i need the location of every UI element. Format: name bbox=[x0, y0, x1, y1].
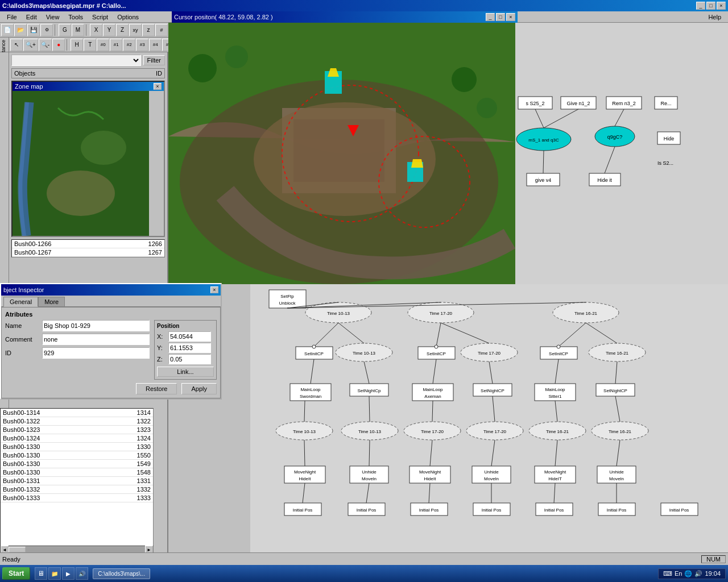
menu-script[interactable]: Script bbox=[88, 13, 113, 22]
inspector-close-button[interactable]: × bbox=[210, 286, 218, 293]
z-label: Z: bbox=[157, 356, 168, 363]
tool2-hash2[interactable]: #2 bbox=[123, 39, 135, 51]
tool-X[interactable]: X bbox=[90, 24, 102, 36]
list-item[interactable]: Bush00-1322 1322 bbox=[1, 417, 153, 426]
comment-field-row: Comment bbox=[5, 334, 150, 345]
taskbar-active-item[interactable]: C:\allods3\maps\... bbox=[93, 568, 150, 579]
menu-file[interactable]: File bbox=[2, 13, 22, 22]
tab-more[interactable]: More bbox=[38, 297, 65, 306]
filter-button[interactable]: Filter bbox=[143, 55, 165, 65]
list-item[interactable]: Bush00-1331 1331 bbox=[1, 477, 153, 485]
tool-G[interactable]: G bbox=[59, 24, 71, 36]
taskbar-icon-2[interactable]: 📁 bbox=[48, 567, 61, 580]
sep1 bbox=[55, 24, 57, 36]
id-input[interactable] bbox=[42, 347, 150, 359]
tool-xy[interactable]: xy bbox=[129, 24, 142, 36]
map-close-button[interactable]: × bbox=[506, 13, 515, 21]
list-item[interactable]: Bush00-1330 1549 bbox=[1, 460, 153, 468]
tool-open[interactable]: 📂 bbox=[14, 24, 27, 36]
filter-select[interactable] bbox=[11, 55, 141, 66]
list-item[interactable]: Bush00-1267 1267 bbox=[12, 248, 164, 257]
apply-button[interactable]: Apply bbox=[181, 383, 217, 394]
item-id: 1333 bbox=[101, 494, 151, 501]
svg-point-161 bbox=[435, 345, 438, 348]
map-minimize-button[interactable]: _ bbox=[486, 13, 495, 21]
tool2-zoom-in[interactable]: 🔍+ bbox=[23, 39, 38, 51]
tab-general[interactable]: General bbox=[3, 297, 38, 307]
x-input[interactable] bbox=[168, 331, 211, 342]
tool-save[interactable]: 💾 bbox=[27, 24, 40, 36]
tool2-zoom-out[interactable]: 🔍- bbox=[39, 39, 52, 51]
link-button[interactable]: Link... bbox=[157, 367, 214, 377]
tool-Z[interactable]: Z bbox=[116, 24, 129, 36]
map-maximize-button[interactable]: □ bbox=[496, 13, 505, 21]
svg-text:Unhide: Unhide bbox=[362, 469, 377, 475]
maximize-button[interactable]: □ bbox=[706, 2, 715, 10]
svg-text:Time 10-13: Time 10-13 bbox=[353, 351, 376, 356]
svg-text:Axeman: Axeman bbox=[424, 394, 441, 399]
list-item[interactable]: Bush00-1330 1330 bbox=[1, 443, 153, 451]
taskbar-icon-3[interactable]: ▶ bbox=[62, 567, 75, 580]
object-inspector: bject Inspector × General More Atributes… bbox=[0, 283, 222, 400]
vscroll-thumb[interactable] bbox=[9, 547, 26, 552]
tool-new[interactable]: 📄 bbox=[1, 24, 14, 36]
window-title: C:\allods3\maps\basegipat.mpr # C:\allo.… bbox=[2, 2, 126, 9]
taskbar: Start 🖥 📁 ▶ 🔊 C:\allods3\maps\... ⌨ En 🌐… bbox=[0, 565, 728, 582]
zone-map-close-button[interactable]: × bbox=[154, 83, 162, 90]
svg-text:MainLoop: MainLoop bbox=[423, 387, 443, 392]
minimize-button[interactable]: _ bbox=[696, 2, 705, 10]
tool-z2[interactable]: z bbox=[142, 24, 155, 36]
svg-text:Unhide: Unhide bbox=[484, 469, 499, 475]
name-input[interactable] bbox=[42, 320, 150, 331]
taskbar-icon-1[interactable]: 🖥 bbox=[35, 567, 47, 580]
y-input[interactable] bbox=[168, 343, 211, 353]
svg-text:Moveln: Moveln bbox=[362, 476, 377, 481]
menu-options[interactable]: Options bbox=[113, 13, 143, 22]
tool-hash[interactable]: # bbox=[155, 24, 168, 36]
tool2-hash1[interactable]: #1 bbox=[110, 39, 122, 51]
list-item[interactable]: Bush00-1330 1550 bbox=[1, 451, 153, 460]
svg-text:Time 16-21: Time 16-21 bbox=[546, 429, 569, 434]
svg-marker-16 bbox=[411, 159, 423, 168]
list-item[interactable]: Bush00-1330 1548 bbox=[1, 468, 153, 477]
restore-button[interactable]: Restore bbox=[136, 383, 177, 394]
menu-edit[interactable]: Edit bbox=[22, 13, 42, 22]
item-id: 1549 bbox=[101, 460, 151, 467]
tool2-H[interactable]: H bbox=[71, 39, 83, 51]
bottom-object-list[interactable]: Bush00-1314 1314 Bush00-1322 1322 Bush00… bbox=[0, 408, 154, 552]
tool2-hash0[interactable]: #0 bbox=[97, 39, 109, 51]
systray-icon-network: 🌐 bbox=[684, 570, 692, 577]
svg-text:Initial Pos: Initial Pos bbox=[357, 508, 377, 513]
taskbar-icon-4[interactable]: 🔊 bbox=[76, 567, 88, 580]
list-item[interactable]: Bush00-1332 1332 bbox=[1, 485, 153, 494]
svg-text:Time 10-13: Time 10-13 bbox=[293, 429, 316, 434]
tool2-hash4[interactable]: #4 bbox=[149, 39, 162, 51]
list-item[interactable]: Bush00-1314 1314 bbox=[1, 409, 153, 417]
svg-text:Initial Pos: Initial Pos bbox=[544, 508, 564, 513]
svg-text:Hide it: Hide it bbox=[597, 177, 612, 183]
start-button[interactable]: Start bbox=[2, 567, 30, 580]
list-item[interactable]: Bush00-1333 1333 bbox=[1, 494, 153, 502]
comment-input[interactable] bbox=[42, 334, 150, 345]
list-item[interactable]: Bush00-1266 1266 bbox=[12, 240, 164, 248]
close-button[interactable]: × bbox=[717, 2, 726, 10]
tool-Y[interactable]: Y bbox=[103, 24, 115, 36]
object-list-top[interactable]: Bush00-1266 1266 Bush00-1267 1267 bbox=[11, 239, 165, 257]
tool2-T[interactable]: T bbox=[84, 39, 96, 51]
y-label: Y: bbox=[157, 344, 168, 351]
tool-M[interactable]: M bbox=[72, 24, 84, 36]
z-input[interactable] bbox=[168, 354, 211, 364]
tool2-select[interactable]: ↖ bbox=[10, 39, 23, 51]
svg-text:Initial Pos: Initial Pos bbox=[669, 508, 689, 513]
tool2-circle[interactable]: ● bbox=[52, 39, 65, 51]
tool2-hash3[interactable]: #3 bbox=[136, 39, 148, 51]
svg-point-17 bbox=[188, 54, 217, 82]
map-viewport[interactable] bbox=[168, 23, 515, 284]
menu-view[interactable]: View bbox=[42, 13, 64, 22]
svg-point-162 bbox=[557, 345, 560, 348]
list-item[interactable]: Bush00-1323 1323 bbox=[1, 426, 153, 434]
menu-tools[interactable]: Tools bbox=[64, 13, 88, 22]
tool-icon4[interactable]: ⚙ bbox=[40, 24, 53, 36]
menu-help[interactable]: Help bbox=[704, 13, 726, 22]
list-item[interactable]: Bush00-1324 1324 bbox=[1, 434, 153, 443]
